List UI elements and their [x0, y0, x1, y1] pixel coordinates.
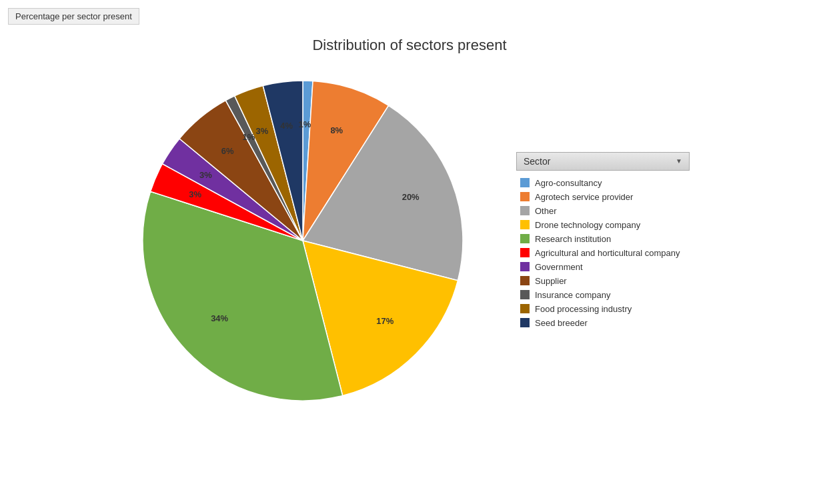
legend-item-label: Research institution — [535, 234, 611, 244]
legend-item: Supplier — [516, 274, 690, 288]
legend-item: Government — [516, 260, 690, 274]
legend-item: Food processing industry — [516, 302, 690, 316]
legend-item: Agricultural and horticultural company — [516, 246, 690, 260]
legend-item-label: Supplier — [535, 276, 567, 286]
dropdown-label: Sector — [524, 156, 550, 167]
legend-color-box — [520, 220, 530, 229]
legend-item: Drone technology company — [516, 218, 690, 232]
legend-item: Seed breeder — [516, 316, 690, 330]
dropdown-arrow: ▼ — [676, 157, 682, 165]
legend-item-label: Agro-consultancy — [535, 178, 602, 188]
legend-color-box — [520, 276, 530, 285]
legend-item-label: Agrotech service provider — [535, 192, 633, 202]
legend-item: Insurance company — [516, 288, 690, 302]
legend-color-box — [520, 206, 530, 215]
legend-color-box — [520, 178, 530, 187]
legend-color-box — [520, 234, 530, 243]
legend-item: Other — [516, 204, 690, 218]
legend-color-box — [520, 262, 530, 271]
legend-item-label: Drone technology company — [535, 220, 640, 230]
top-label: Percentage per sector present — [8, 8, 139, 25]
pie-svg — [129, 67, 476, 414]
legend-color-box — [520, 290, 530, 299]
legend: Sector ▼ Agro-consultancyAgrotech servic… — [516, 152, 690, 330]
legend-item-label: Agricultural and horticultural company — [535, 248, 680, 258]
legend-items: Agro-consultancyAgrotech service provide… — [516, 176, 690, 330]
legend-color-box — [520, 192, 530, 201]
legend-color-box — [520, 248, 530, 257]
legend-item: Agro-consultancy — [516, 176, 690, 190]
pie-chart: 1%8%20%17%34%3%3%6%1%3%4% — [129, 67, 476, 414]
legend-item-label: Seed breeder — [535, 318, 588, 328]
legend-item-label: Food processing industry — [535, 304, 632, 314]
chart-area: 1%8%20%17%34%3%3%6%1%3%4% Sector ▼ Agro-… — [0, 67, 819, 414]
legend-item: Agrotech service provider — [516, 190, 690, 204]
legend-item-label: Other — [535, 206, 557, 216]
legend-color-box — [520, 304, 530, 313]
sector-dropdown[interactable]: Sector ▼ — [516, 152, 690, 171]
legend-item-label: Government — [535, 262, 583, 272]
legend-color-box — [520, 318, 530, 327]
chart-title: Distribution of sectors present — [0, 37, 819, 54]
legend-item: Research institution — [516, 232, 690, 246]
legend-item-label: Insurance company — [535, 290, 610, 300]
